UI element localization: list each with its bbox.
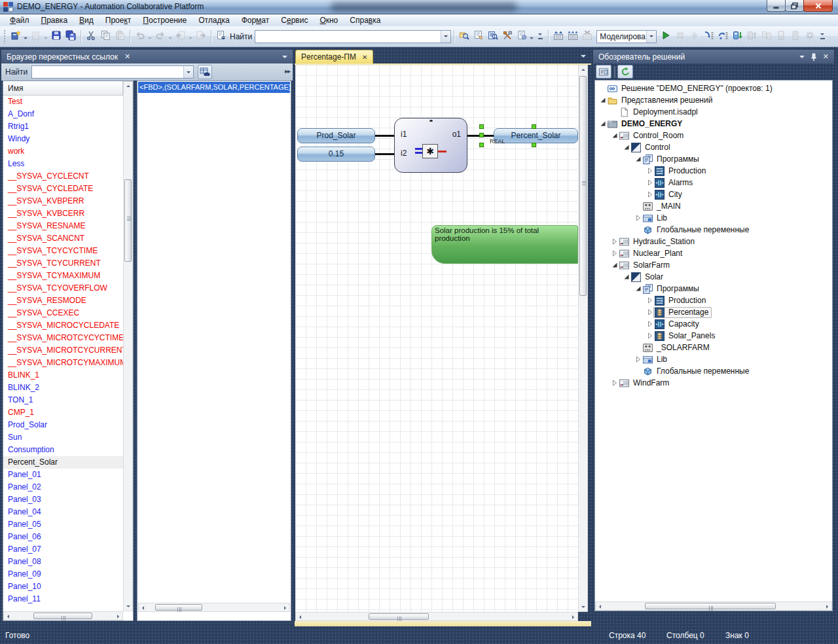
xref-list-item[interactable]: Panel_11: [3, 593, 123, 605]
xref-list-item[interactable]: Panel_05: [3, 518, 123, 531]
tree-item[interactable]: Представления решений: [595, 94, 831, 106]
comment-block[interactable]: Solar production is 15% of total product…: [431, 225, 578, 264]
expand-icon[interactable]: [646, 296, 654, 304]
expand-icon[interactable]: [646, 332, 654, 340]
input-port-i1[interactable]: i1: [401, 130, 407, 139]
xref-list-item[interactable]: __SYSVA_TCYOVERFLOW: [3, 282, 123, 295]
xref-horizontal-scrollbar[interactable]: [3, 611, 123, 620]
xref-list-item[interactable]: Rtrig1: [3, 120, 123, 133]
window-position-icon[interactable]: [282, 56, 287, 61]
search-in-files-button[interactable]: [457, 29, 471, 44]
collapse-icon[interactable]: [634, 155, 642, 163]
collapse-icon[interactable]: [599, 96, 607, 104]
tree-item[interactable]: City: [595, 188, 831, 200]
xref-list-item[interactable]: __SYSVA_RESMODE: [3, 295, 123, 307]
chevron-down-icon[interactable]: [646, 31, 656, 43]
xref-list-item[interactable]: Less: [3, 158, 123, 170]
chevron-down-icon[interactable]: [24, 37, 27, 41]
xref-list-item[interactable]: Panel_10: [3, 581, 123, 593]
xref-list-item[interactable]: __SYSVA_CYCLECNT: [3, 170, 123, 183]
expand-icon[interactable]: [646, 190, 654, 198]
xref-list-item[interactable]: __SYSVA_MICROCYCLEDATE: [3, 319, 123, 332]
collapse-icon[interactable]: [634, 285, 642, 293]
find-doc-button[interactable]: [214, 29, 228, 44]
find-combobox[interactable]: [255, 30, 451, 43]
close-icon[interactable]: ✕: [124, 52, 130, 61]
xref-result-line[interactable]: <FBD>,(SOLARFARM,SOLAR,PERCENTAGE):: [138, 82, 290, 93]
cross-reference-title-bar[interactable]: Браузер перекрестных ссылок ✕: [1, 50, 293, 63]
menu-item[interactable]: Отладка: [192, 15, 235, 26]
save-all-button[interactable]: [64, 29, 78, 44]
tree-item[interactable]: Решение "DEMO_ENERGY" (проектов: 1): [595, 82, 831, 94]
menu-item[interactable]: Вид: [73, 15, 100, 26]
cut-button[interactable]: [84, 29, 98, 44]
tree-item[interactable]: Control: [595, 141, 831, 153]
xref-list-item[interactable]: __SYSVA_KVBCERR: [3, 207, 123, 220]
save-button[interactable]: [49, 29, 64, 44]
solution-explorer-title-bar[interactable]: Обозреватель решений ✕: [593, 50, 834, 63]
toolbar-overflow-icon[interactable]: [536, 29, 544, 44]
pin-icon[interactable]: [811, 53, 817, 61]
list-column-header[interactable]: Имя: [3, 81, 123, 96]
chevron-down-icon[interactable]: [441, 31, 450, 43]
tree-item[interactable]: SolarFarm: [595, 259, 831, 271]
xref-list-item[interactable]: Panel_01: [3, 469, 123, 481]
xref-list-item[interactable]: __SYSVA_MICROTCYMAXIMUM: [3, 357, 123, 369]
expand-icon[interactable]: [611, 379, 619, 387]
play-button[interactable]: [659, 29, 673, 44]
xref-list-item[interactable]: __SYSVA_RESNAME: [3, 220, 123, 232]
close-icon[interactable]: ✕: [362, 54, 367, 61]
expand-icon[interactable]: [646, 179, 654, 187]
input-port-i2[interactable]: i2: [401, 149, 407, 158]
expand-icon[interactable]: [646, 167, 654, 175]
tree-item[interactable]: Глобальные переменные: [595, 365, 831, 377]
properties-page-button[interactable]: [471, 29, 486, 44]
tree-item[interactable]: Глобальные переменные: [595, 224, 831, 236]
xref-list-item[interactable]: Panel_07: [3, 543, 123, 556]
toolbar-overflow-icon[interactable]: [818, 29, 826, 44]
xref-list-item[interactable]: Panel_03: [3, 493, 123, 506]
menu-item[interactable]: Проект: [100, 15, 137, 26]
find-symbol-button[interactable]: [486, 29, 500, 44]
xref-list-item[interactable]: Sun: [3, 431, 123, 444]
variable-block-prod-solar[interactable]: Prod_Solar: [297, 128, 375, 143]
search-references-button[interactable]: [198, 65, 212, 79]
xref-list-item[interactable]: Panel_04: [3, 506, 123, 518]
window-position-icon[interactable]: [799, 56, 805, 61]
selected-tree-item[interactable]: Percentage: [653, 307, 712, 318]
new-project-button[interactable]: [9, 29, 23, 44]
editor-horizontal-scrollbar[interactable]: [295, 612, 578, 621]
tools-button[interactable]: [500, 29, 515, 44]
chevron-down-icon[interactable]: [530, 37, 534, 41]
build-all-button[interactable]: [566, 29, 580, 44]
output-port-o1[interactable]: o1: [452, 130, 461, 139]
properties-button[interactable]: [596, 65, 611, 79]
mode-combobox[interactable]: Моделирова: [596, 30, 657, 43]
tree-item[interactable]: Percentage: [595, 306, 831, 318]
tree-item[interactable]: _MAIN: [595, 200, 831, 212]
tree-item[interactable]: Production: [595, 295, 831, 306]
menu-item[interactable]: Файл: [4, 15, 35, 26]
tree-item[interactable]: Программы: [595, 153, 831, 165]
xref-list-item[interactable]: work: [3, 145, 123, 158]
xref-list-item[interactable]: __SYSVA_SCANCNT: [3, 232, 123, 245]
xref-list-item[interactable]: Panel_02: [3, 481, 123, 493]
collapse-icon[interactable]: [611, 261, 619, 269]
copy-button[interactable]: [98, 29, 113, 44]
expand-icon[interactable]: [611, 238, 619, 245]
restore-button[interactable]: [785, 0, 804, 12]
selection-handle[interactable]: [479, 133, 484, 137]
step-over-button[interactable]: [716, 29, 731, 44]
tree-item[interactable]: Программы: [595, 283, 831, 295]
editor-tab-percentage[interactable]: Percentage-ПМ✕: [295, 50, 373, 63]
xref-list-item[interactable]: __SYSVA_KVBPERR: [3, 195, 123, 207]
expand-icon[interactable]: [646, 320, 654, 328]
results-horizontal-scrollbar[interactable]: [138, 603, 290, 612]
xref-list-item[interactable]: Panel_09: [3, 568, 123, 581]
selection-handle[interactable]: [479, 143, 484, 147]
xref-vertical-scrollbar[interactable]: [123, 81, 133, 611]
xref-list-item[interactable]: Consumption: [3, 444, 123, 456]
xref-list-item[interactable]: TON_1: [3, 394, 123, 406]
tree-item[interactable]: Lib: [595, 212, 831, 224]
xref-list-item[interactable]: BLINK_1: [3, 369, 123, 382]
